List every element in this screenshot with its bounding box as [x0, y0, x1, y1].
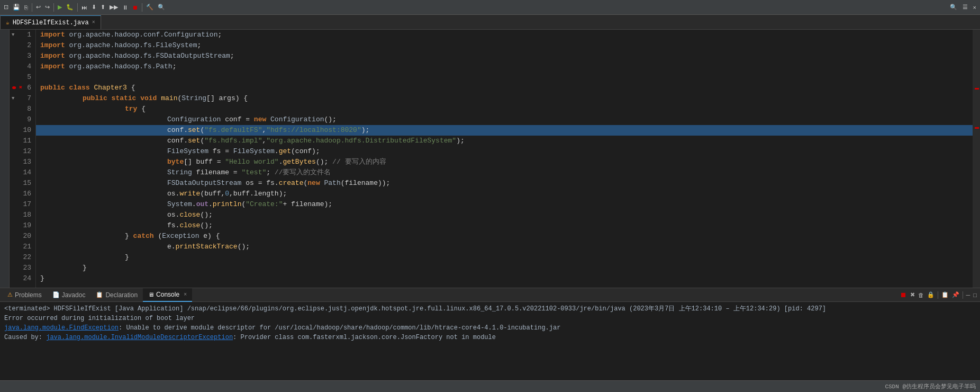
code-line-17: System.out.println("Create:"+ filename);	[36, 199, 973, 210]
console-line-2-suffix: : Unable to derive module descriptor for…	[119, 324, 560, 332]
console-terminated-line: <terminated> HDFSFileIfExist [Java Appli…	[4, 304, 976, 314]
editor-area: ▼ 1 2 3 4 5 ● ✖ 6 ▼ 7 8 9 10 11 12 13 14…	[0, 30, 980, 288]
line-num-21: 21	[12, 242, 31, 252]
line-num-24: 24	[12, 273, 31, 284]
code-line-10: conf.set("fs.defaultFS","hdfs://localhos…	[36, 125, 973, 136]
toolbar-sep-3	[77, 3, 78, 12]
fold-icon-1[interactable]: ▼	[12, 30, 14, 40]
toolbar-search-btn[interactable]: 🔍	[156, 3, 167, 11]
declaration-icon: 📋	[96, 291, 103, 298]
toolbar-step-return-btn[interactable]: ⬆	[99, 3, 107, 11]
btab-problems[interactable]: ⚠ Problems	[2, 288, 47, 302]
line-num-16: 16	[12, 189, 31, 199]
line-num-19: 19	[12, 220, 31, 231]
code-line-2: import org.apache.hadoop.fs.FileSystem;	[36, 40, 973, 51]
console-line-3-suffix: : Provider class com.fasterxml.jackson.c…	[233, 334, 496, 341]
toolbar-new-btn[interactable]: ⊡	[2, 3, 10, 11]
bottom-copy-btn[interactable]: 📋	[940, 291, 950, 299]
toolbar-sep-4	[142, 3, 142, 12]
toolbar-undo-btn[interactable]: ↩	[34, 3, 42, 11]
btab-problems-label: Problems	[15, 291, 42, 299]
line-num-7: ▼ 7	[12, 93, 31, 104]
toolbar-step-into-btn[interactable]: ⬇	[90, 3, 98, 11]
editor-tab-hdfsfile[interactable]: ☕ HDFSFileIfExist.java ×	[0, 15, 101, 29]
code-line-3: import org.apache.hadoop.fs.FSDataOutput…	[36, 51, 973, 61]
toolbar-sep-1	[32, 3, 32, 12]
code-line-6: public class Chapter3 {	[36, 83, 973, 93]
java-file-icon: ☕	[6, 19, 10, 26]
code-line-14: String filename = "test"; //要写入的文件名	[36, 167, 973, 178]
toolbar-right-area: 🔍 ☰ ×	[948, 3, 978, 11]
line-num-6: ● ✖ 6	[12, 83, 31, 93]
code-line-21: e.printStackTrace();	[36, 242, 973, 252]
line-num-13: 13	[12, 157, 31, 167]
toolbar-minimize-btn[interactable]: 🔍	[948, 3, 959, 11]
btab-declaration[interactable]: 📋 Declaration	[90, 288, 143, 302]
left-gutter	[0, 30, 10, 288]
code-line-9: Configuration conf = new Configuration()…	[36, 114, 973, 125]
console-find-exception-link[interactable]: java.lang.module.FindException	[4, 324, 119, 332]
bottom-scroll-lock-btn[interactable]: 🔒	[926, 291, 936, 299]
code-editor[interactable]: import org.apache.hadoop.conf.Configurat…	[36, 30, 973, 288]
code-line-23: }	[36, 263, 973, 273]
bottom-paste-btn[interactable]: 📌	[951, 291, 960, 299]
line-num-17: 17	[12, 199, 31, 210]
javadoc-icon: 📄	[52, 291, 60, 298]
code-line-1: import org.apache.hadoop.conf.Configurat…	[36, 30, 973, 40]
toolbar-close-btn[interactable]: ×	[972, 3, 978, 11]
right-gutter	[973, 30, 980, 288]
line-num-18: 18	[12, 210, 31, 220]
toolbar-save-btn[interactable]: 💾	[11, 3, 22, 11]
code-line-5	[36, 72, 973, 83]
line-numbers: ▼ 1 2 3 4 5 ● ✖ 6 ▼ 7 8 9 10 11 12 13 14…	[10, 30, 36, 288]
toolbar-maximize-btn[interactable]: ☰	[961, 3, 969, 11]
bottom-remove-launch-btn[interactable]: ✖	[909, 291, 916, 299]
toolbar-resume-btn[interactable]: ▶▶	[108, 3, 120, 11]
code-line-16: os.write(buff,0,buff.length);	[36, 189, 973, 199]
code-line-22: }	[36, 252, 973, 263]
line-num-10: 10	[12, 125, 31, 136]
code-line-19: fs.close();	[36, 220, 973, 231]
bottom-minimize-btn[interactable]: ─	[965, 291, 972, 299]
btab-declaration-label: Declaration	[105, 291, 138, 299]
toolbar-copy-btn[interactable]: ⎘	[23, 4, 30, 11]
fold-icon-7[interactable]: ▼	[12, 93, 14, 104]
line-num-20: 20	[12, 231, 31, 242]
code-line-15: FSDataOutputStream os = fs.create(new Pa…	[36, 178, 973, 189]
line-num-2: 2	[12, 40, 31, 51]
bottom-panel-controls: ⏹ ✖ 🗑 🔒 📋 📌 ─ □	[899, 290, 978, 299]
console-icon: 🖥	[148, 291, 154, 298]
btab-console-label: Console	[156, 291, 179, 298]
gutter-error-indicator	[975, 88, 979, 90]
toolbar-step-over-btn[interactable]: ⏭	[80, 4, 89, 11]
btab-console[interactable]: 🖥 Console ×	[143, 288, 192, 302]
gutter-error-indicator-2	[975, 127, 979, 129]
bottom-maximize-btn[interactable]: □	[972, 291, 978, 299]
breakpoint-icon-6: ●	[12, 83, 15, 93]
btab-javadoc[interactable]: 📄 Javadoc	[47, 288, 91, 302]
toolbar-debug-btn[interactable]: 🐛	[65, 3, 75, 11]
toolbar-run-btn[interactable]: ▶	[56, 3, 63, 11]
line-num-11: 11	[12, 136, 31, 146]
line-num-4: 4	[12, 61, 31, 72]
tab-close-icon[interactable]: ×	[92, 20, 95, 25]
code-line-12: FileSystem fs = FileSystem.get(conf);	[36, 146, 973, 157]
btab-javadoc-label: Javadoc	[62, 291, 86, 299]
code-line-7: public static void main(String[] args) {	[36, 93, 973, 104]
tab-filename: HDFSFileIfExist.java	[13, 19, 89, 26]
line-num-5: 5	[12, 72, 31, 83]
toolbar-build-btn[interactable]: 🔨	[144, 3, 155, 11]
bottom-terminate-btn[interactable]: ⏹	[899, 290, 908, 299]
terminated-text: <terminated> HDFSFileIfExist [Java Appli…	[4, 305, 826, 313]
console-line-1: Error occurred during initialization of …	[4, 314, 976, 323]
line-num-14: 14	[12, 167, 31, 178]
bottom-clear-btn[interactable]: 🗑	[917, 291, 925, 299]
toolbar-terminate-btn[interactable]: ⏹	[131, 4, 140, 11]
toolbar-redo-btn[interactable]: ↪	[43, 3, 51, 11]
line-num-9: 9	[12, 114, 31, 125]
console-invalid-module-link[interactable]: java.lang.module.InvalidModuleDescriptor…	[46, 334, 233, 341]
console-output: <terminated> HDFSFileIfExist [Java Appli…	[0, 302, 980, 380]
console-line-3: Caused by: java.lang.module.InvalidModul…	[4, 333, 976, 342]
toolbar-suspend-btn[interactable]: ⏸	[121, 4, 130, 11]
btab-console-close[interactable]: ×	[184, 291, 187, 297]
